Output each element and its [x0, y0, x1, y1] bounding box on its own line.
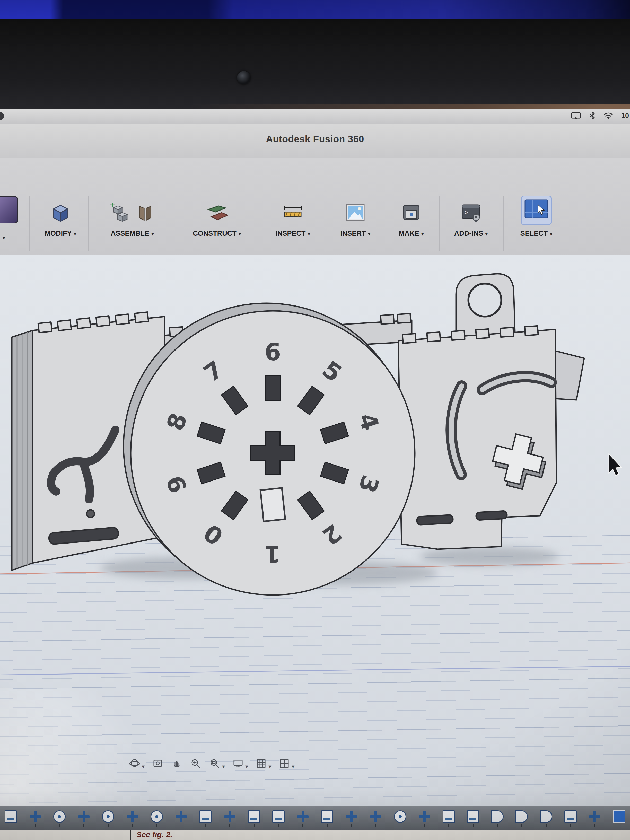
timeline-features — [0, 806, 630, 830]
dropdown-caret[interactable]: ▾ — [222, 764, 225, 769]
doc-feature-icon — [564, 810, 577, 823]
timeline-feature-doc[interactable] — [467, 810, 479, 827]
display-settings-icon — [232, 758, 244, 769]
timeline-feature-move[interactable] — [224, 810, 236, 827]
partial-tool-icon[interactable] — [0, 196, 18, 223]
timeline-tick — [473, 824, 474, 827]
timeline-feature-pin[interactable] — [102, 810, 114, 827]
look-at-tool[interactable] — [152, 758, 164, 769]
timeline-tick — [521, 824, 522, 827]
timeline-feature-pin[interactable] — [394, 810, 406, 827]
move-feature-icon — [126, 810, 139, 823]
toolbar-group-construct[interactable]: CONSTRUCT▾ — [187, 196, 246, 238]
window-titlebar[interactable]: Autodesk Fusion 360 — [0, 123, 630, 158]
construct-icon — [205, 200, 229, 225]
move-feature-icon — [297, 810, 309, 823]
select-highlight-chip — [521, 196, 551, 225]
timeline-feature-move[interactable] — [297, 810, 309, 827]
dropdown-caret: ▾ — [368, 231, 370, 237]
grid-tool[interactable]: ▾ — [255, 758, 271, 769]
timeline-tick — [424, 824, 425, 827]
orbit-icon — [129, 758, 141, 769]
timeline-feature-move[interactable] — [418, 810, 431, 827]
background-strip — [0, 0, 630, 19]
timeline-tick — [594, 824, 595, 827]
timeline-bar — [0, 805, 630, 830]
timeline-feature-doc[interactable] — [564, 810, 577, 827]
toolbar-group-make[interactable]: MAKE▾ — [382, 196, 441, 238]
hanger-hole — [468, 284, 501, 317]
mouse-cursor-icon — [609, 454, 622, 475]
doc-feature-icon — [443, 810, 455, 823]
bezel-hinge-highlight — [0, 104, 630, 109]
orbit-tool[interactable]: ▾ — [129, 758, 145, 769]
airplay-icon[interactable] — [571, 112, 581, 119]
timeline-tick — [205, 824, 206, 827]
paper-sheet: See fig. 2. The flexibility of the ... w… — [0, 830, 630, 840]
partial-text-line: The flexibility of the ... will ... — [136, 838, 234, 840]
timeline-feature-arc[interactable] — [515, 810, 528, 827]
toolbar-group-addins[interactable]: >_ ADD-INS▾ — [441, 196, 501, 238]
dropdown-caret[interactable]: ▾ — [142, 764, 145, 769]
bluetooth-icon[interactable] — [589, 111, 595, 120]
timeline-feature-move[interactable] — [369, 810, 382, 827]
timeline-feature-move[interactable] — [589, 810, 601, 827]
timeline-tick — [570, 824, 571, 827]
timeline-feature-doc[interactable] — [443, 810, 455, 827]
timeline-tick — [59, 824, 60, 827]
toolbar-group-insert[interactable]: INSERT▾ — [326, 196, 385, 238]
timeline-feature-move[interactable] — [126, 810, 139, 827]
timeline-feature-move[interactable] — [345, 810, 358, 827]
display-settings-tool[interactable]: ▾ — [232, 758, 248, 769]
timeline-feature-doc[interactable] — [199, 810, 212, 827]
timeline-tick — [327, 824, 328, 827]
timeline-feature-sel[interactable] — [613, 810, 625, 827]
new-component-icon: + — [108, 200, 131, 225]
dropdown-caret: ▾ — [151, 231, 154, 237]
model-3d[interactable]: 6543210987 — [0, 255, 630, 805]
timeline-feature-doc[interactable] — [321, 810, 333, 827]
timeline-feature-move[interactable] — [29, 810, 41, 827]
timeline-feature-doc[interactable] — [272, 810, 285, 827]
doc-feature-icon — [199, 810, 212, 823]
timeline-tick — [11, 824, 11, 827]
toolbar-group-select[interactable]: SELECT▾ — [507, 196, 566, 238]
zoom-tool[interactable] — [190, 758, 202, 769]
pan-tool[interactable] — [171, 758, 183, 769]
dropdown-caret[interactable]: ▾ — [268, 764, 271, 769]
right-plate-part[interactable] — [396, 274, 584, 549]
viewport[interactable]: 6543210987 ▾ — [0, 255, 630, 805]
look-at-icon — [152, 758, 164, 769]
toolbar-group-inspect[interactable]: INSPECT▾ — [263, 196, 322, 238]
timeline-feature-arc[interactable] — [491, 810, 504, 827]
timeline-feature-arc[interactable] — [540, 810, 552, 827]
timeline-tick — [229, 824, 230, 827]
timeline-feature-pin[interactable] — [150, 810, 163, 827]
dropdown-caret[interactable]: ▾ — [245, 764, 248, 769]
toolbar-group-modify[interactable]: MODIFY▾ — [31, 196, 90, 238]
viewports-tool[interactable]: ▾ — [278, 758, 294, 769]
dropdown-caret[interactable]: ▾ — [292, 764, 294, 769]
dropdown-caret: ▾ — [308, 231, 310, 237]
dial-part[interactable]: 6543210987 — [123, 303, 415, 595]
toolbar-separator — [29, 196, 30, 251]
partial-tool-caret[interactable]: ▾ — [3, 235, 5, 241]
pan-hand-icon — [171, 758, 183, 769]
move-feature-icon — [78, 810, 90, 823]
timeline-feature-doc[interactable] — [248, 810, 260, 827]
timeline-tick — [376, 824, 376, 827]
doc-feature-icon — [5, 810, 17, 823]
wifi-icon[interactable] — [603, 112, 614, 119]
joint-icon — [134, 200, 157, 225]
toolbar-group-assemble[interactable]: + ASSEMBLE▾ — [103, 196, 162, 238]
timeline-feature-pin[interactable] — [53, 810, 66, 827]
timeline-feature-doc[interactable] — [5, 810, 17, 827]
timeline-feature-move[interactable] — [175, 810, 187, 827]
timeline-tick — [84, 824, 84, 827]
viewports-icon — [278, 758, 290, 769]
zoom-window-tool[interactable]: ▾ — [209, 758, 225, 769]
toolbar-separator — [177, 196, 177, 251]
webcam-dot — [237, 71, 250, 84]
timeline-feature-move[interactable] — [78, 810, 90, 827]
move-feature-icon — [589, 810, 601, 823]
